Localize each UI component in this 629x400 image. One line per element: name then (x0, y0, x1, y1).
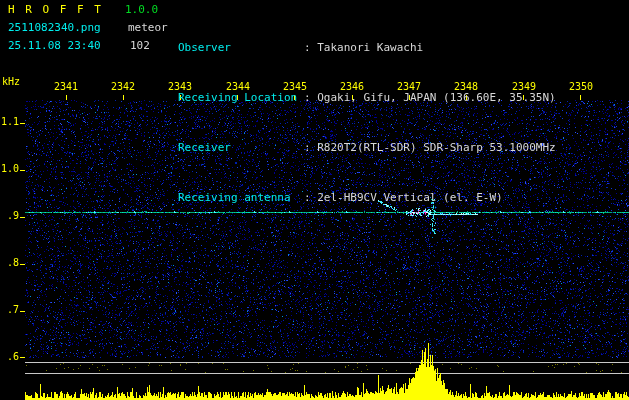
timestamp: 25.11.08 23:40 (8, 40, 101, 52)
info-label: Receiving antenna (178, 192, 304, 204)
x-tick-label: 2342 (111, 82, 135, 92)
y-tick-label: .7 (0, 305, 19, 315)
info-value: 2el-HB9CV Vertical (el. E-W) (317, 191, 502, 204)
info-separator: : (304, 141, 317, 154)
x-tick-label: 2347 (397, 82, 421, 92)
info-row-receiver: Receiver: R820T2(RTL-SDR) SDR-Sharp 53.1… (178, 142, 556, 154)
info-separator: : (304, 41, 317, 54)
info-label: Observer (178, 42, 304, 54)
info-label: Receiver (178, 142, 304, 154)
info-separator: : (304, 91, 317, 104)
y-tick-label: .9 (0, 211, 19, 221)
x-tick-label: 2349 (512, 82, 536, 92)
info-separator: : (304, 191, 317, 204)
x-tick-label: 2343 (168, 82, 192, 92)
y-tick-label: .6 (0, 352, 19, 362)
mode-label: meteor (128, 22, 168, 34)
x-tick-label: 2346 (340, 82, 364, 92)
station-info-block: Observer: Takanori Kawachi Receiving Loc… (178, 4, 556, 242)
info-value: Ogaki, Gifu, JAPAN (136.60E, 35.35N) (317, 91, 555, 104)
info-label: Receiving Location (178, 92, 304, 104)
hrofft-window: H R O F F T 1.0.0 2511082340.png meteor … (0, 0, 629, 400)
x-tick-label: 2345 (283, 82, 307, 92)
info-value: R820T2(RTL-SDR) SDR-Sharp 53.1000MHz (317, 141, 555, 154)
app-title: H R O F F T (8, 4, 103, 16)
app-version: 1.0.0 (125, 4, 158, 16)
info-row-antenna: Receiving antenna: 2el-HB9CV Vertical (e… (178, 192, 556, 204)
y-axis-unit-label: kHz (2, 77, 20, 87)
info-row-observer: Observer: Takanori Kawachi (178, 42, 556, 54)
info-value: Takanori Kawachi (317, 41, 423, 54)
x-tick-label: 2350 (569, 82, 593, 92)
y-tick-label: 1.1 (0, 117, 19, 127)
event-counter: 102 (130, 40, 150, 52)
y-tick-label: .8 (0, 258, 19, 268)
output-filename: 2511082340.png (8, 22, 101, 34)
x-tick-label: 2348 (454, 82, 478, 92)
x-tick-label: 2341 (54, 82, 78, 92)
y-tick-label: 1.0 (0, 164, 19, 174)
x-tick-label: 2344 (226, 82, 250, 92)
info-row-location: Receiving Location: Ogaki, Gifu, JAPAN (… (178, 92, 556, 104)
